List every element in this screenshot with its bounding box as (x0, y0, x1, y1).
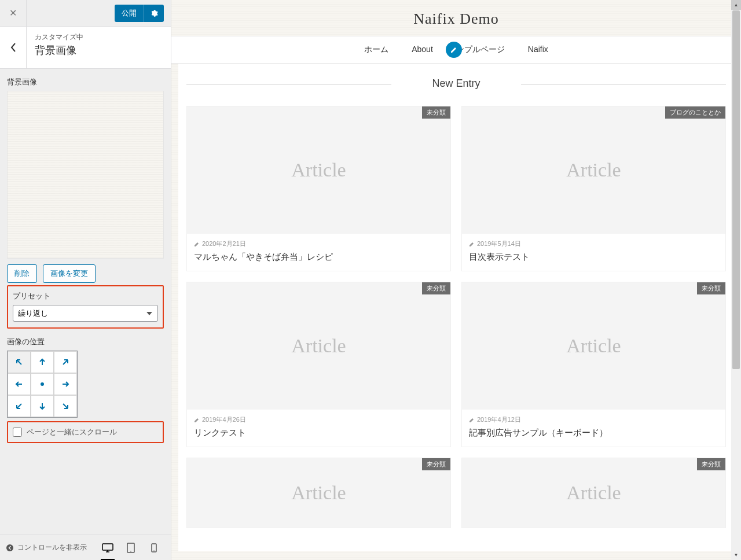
edit-icon (469, 417, 475, 423)
article-card[interactable]: 未分類Article2019年4月12日記事別広告サンプル（キーボード） (461, 282, 726, 447)
card-category-tag[interactable]: 未分類 (697, 458, 725, 470)
delete-button[interactable]: 削除 (7, 264, 37, 283)
card-date: 2019年4月12日 (469, 415, 718, 424)
card-thumbnail: Article (462, 458, 725, 528)
scroll-checkbox[interactable] (13, 428, 22, 437)
header-labels: カスタマイズ中 背景画像 (27, 27, 91, 68)
back-button[interactable] (0, 27, 27, 68)
section-header: カスタマイズ中 背景画像 (0, 27, 171, 69)
scroll-highlight-box: ページと一緒にスクロール (7, 421, 164, 443)
device-mobile-button[interactable] (142, 539, 166, 557)
bg-image-label: 背景画像 (7, 77, 164, 87)
card-thumbnail: Article (187, 282, 450, 410)
edit-shortcut-badge[interactable] (446, 42, 462, 58)
article-card[interactable]: 未分類Article (461, 458, 726, 528)
site-header: Naifix Demo (171, 0, 741, 36)
scroll-down-button[interactable]: ▼ (731, 550, 741, 560)
nav-bar: ホーム About ンプルページ Naifix (171, 36, 741, 64)
main-content: New Entry 未分類Article2020年2月21日マルちゃん「やきそば… (178, 64, 734, 551)
card-category-tag[interactable]: 未分類 (422, 458, 450, 470)
position-grid (7, 351, 78, 418)
scrollbar-track[interactable]: ▲ ▼ (731, 0, 741, 560)
change-image-button[interactable]: 画像を変更 (43, 264, 96, 283)
scroll-checkbox-label[interactable]: ページと一緒にスクロール (27, 427, 117, 437)
bottom-bar: コントロールを非表示 (0, 535, 171, 560)
card-date: 2019年5月14日 (469, 240, 718, 248)
card-title: 記事別広告サンプル（キーボード） (469, 428, 718, 439)
article-card[interactable]: 未分類Article (186, 458, 451, 528)
arrow-bottom-right-icon (61, 402, 69, 410)
preset-select[interactable]: 繰り返し (13, 305, 158, 322)
card-category-tag[interactable]: 未分類 (422, 106, 450, 119)
card-date: 2020年2月21日 (194, 240, 443, 248)
collapse-left-icon (6, 544, 14, 552)
article-card[interactable]: 未分類Article2019年4月26日リンクテスト (186, 282, 451, 447)
position-top-right[interactable] (54, 351, 77, 373)
scroll-checkbox-row: ページと一緒にスクロール (13, 427, 158, 437)
image-buttons-row: 削除 画像を変更 (7, 264, 164, 283)
device-tablet-button[interactable] (119, 539, 142, 557)
position-top-center[interactable] (31, 351, 54, 373)
card-category-tag[interactable]: 未分類 (422, 282, 450, 294)
position-top-left[interactable] (8, 351, 31, 373)
card-date: 2019年4月26日 (194, 415, 443, 424)
position-label: 画像の位置 (7, 337, 164, 347)
scroll-up-button[interactable]: ▲ (731, 0, 741, 10)
publish-area: 公開 (115, 5, 164, 22)
edit-icon (194, 241, 200, 247)
device-desktop-button[interactable] (96, 539, 119, 557)
card-category-tag[interactable]: 未分類 (697, 282, 725, 294)
arrow-right-icon (61, 380, 69, 388)
nav-item-sample[interactable]: ンプルページ (456, 45, 505, 55)
svg-point-6 (153, 550, 154, 551)
position-center[interactable] (31, 373, 54, 395)
nav-item-naifix[interactable]: Naifix (528, 45, 548, 55)
preset-label: プリセット (13, 291, 158, 301)
mobile-icon (151, 543, 157, 552)
preset-highlight-box: プリセット 繰り返し (7, 285, 164, 329)
close-button[interactable]: ✕ (0, 0, 27, 27)
svg-point-1 (6, 544, 13, 551)
bg-image-preview[interactable] (7, 91, 164, 259)
close-icon: ✕ (9, 8, 17, 19)
position-bottom-center[interactable] (31, 395, 54, 417)
publish-button[interactable]: 公開 (115, 5, 144, 22)
card-thumbnail: Article (187, 458, 450, 528)
section-title: 背景画像 (35, 43, 83, 57)
edit-icon (469, 241, 475, 247)
position-middle-right[interactable] (54, 373, 77, 395)
card-title: リンクテスト (194, 428, 443, 439)
position-middle-left[interactable] (8, 373, 31, 395)
nav-item-home[interactable]: ホーム (364, 45, 388, 55)
pencil-icon (450, 46, 458, 54)
arrow-top-right-icon (61, 358, 69, 366)
hide-controls-button[interactable]: コントロールを非表示 (6, 543, 91, 552)
panel-content: 背景画像 削除 画像を変更 プリセット 繰り返し 画像の位置 (0, 69, 171, 455)
center-dot-icon (38, 380, 46, 388)
scrollbar-thumb[interactable] (732, 10, 740, 369)
svg-point-4 (130, 551, 131, 552)
svg-rect-2 (102, 544, 113, 550)
arrow-down-icon (38, 402, 46, 410)
site-title[interactable]: Naifix Demo (171, 10, 741, 28)
section-heading: New Entry (186, 78, 726, 90)
position-bottom-left[interactable] (8, 395, 31, 417)
svg-point-0 (41, 382, 44, 386)
arrow-up-icon (38, 358, 46, 366)
card-grid: 未分類Article2020年2月21日マルちゃん「やきそば弁当」レシピブログの… (186, 106, 726, 528)
arrow-top-left-icon (15, 358, 23, 366)
card-thumbnail: Article (187, 106, 450, 234)
card-category-tag[interactable]: ブログのこととか (665, 106, 725, 119)
article-card[interactable]: 未分類Article2020年2月21日マルちゃん「やきそば弁当」レシピ (186, 106, 451, 271)
card-thumbnail: Article (462, 106, 725, 234)
card-title: マルちゃん「やきそば弁当」レシピ (194, 252, 443, 263)
position-bottom-right[interactable] (54, 395, 77, 417)
nav-item-about[interactable]: About (412, 45, 433, 55)
card-meta: 2019年4月12日記事別広告サンプル（キーボード） (462, 410, 725, 447)
gear-icon (150, 9, 158, 17)
card-meta: 2019年5月14日目次表示テスト (462, 234, 725, 271)
article-card[interactable]: ブログのこととかArticle2019年5月14日目次表示テスト (461, 106, 726, 271)
card-meta: 2020年2月21日マルちゃん「やきそば弁当」レシピ (187, 234, 450, 271)
card-meta: 2019年4月26日リンクテスト (187, 410, 450, 447)
publish-settings-button[interactable] (144, 5, 164, 22)
